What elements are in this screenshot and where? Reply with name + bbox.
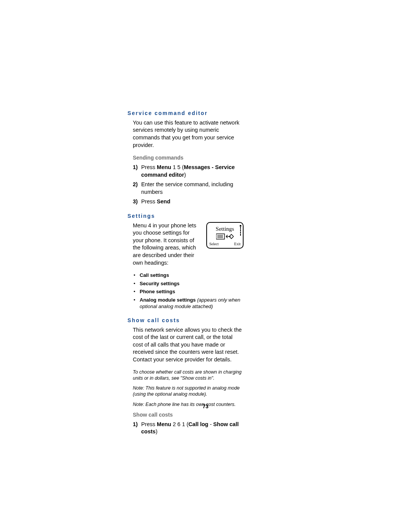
list-item: •Phone settings bbox=[133, 288, 244, 295]
manual-page: Service command editor You can use this … bbox=[0, 0, 411, 532]
step-text: Enter the service command, including num… bbox=[141, 181, 233, 195]
step-text: Press Menu 1 5 (Messages - Service comma… bbox=[141, 164, 235, 178]
heading-settings: Settings bbox=[127, 212, 244, 220]
step-number: 3) bbox=[133, 198, 138, 206]
heading-show-call-costs: Show call costs bbox=[127, 317, 244, 324]
screen-title: Settings bbox=[207, 225, 243, 233]
step-text: Press Menu 2 6 1 (Call log - Show call c… bbox=[141, 421, 239, 435]
note-analog-mode: Note: This feature is not supported in a… bbox=[133, 385, 244, 398]
note-costs-units: To choose whether call costs are shown i… bbox=[133, 369, 244, 382]
step-1: 1) Press Menu 1 5 (Messages - Service co… bbox=[133, 164, 244, 179]
settings-bullet-list: •Call settings •Security settings •Phone… bbox=[133, 272, 244, 310]
step-3: 3) Press Send bbox=[133, 198, 244, 206]
list-item: •Security settings bbox=[133, 280, 244, 287]
step-number: 1) bbox=[133, 164, 138, 171]
settings-list-icon bbox=[216, 233, 234, 240]
step-number: 1) bbox=[133, 421, 138, 428]
settings-block: Menu 4 in your phone lets you choose set… bbox=[127, 222, 244, 267]
bullet-icon: • bbox=[134, 297, 135, 304]
para-show-call-costs: This network service allows you to check… bbox=[133, 326, 244, 364]
heading-service-command-editor: Service command editor bbox=[127, 110, 244, 117]
step-number: 2) bbox=[133, 181, 138, 189]
list-item: •Call settings bbox=[133, 272, 244, 279]
steps-show-call-costs: 1) Press Menu 2 6 1 (Call log - Show cal… bbox=[133, 421, 244, 436]
step-1: 1) Press Menu 2 6 1 (Call log - Show cal… bbox=[133, 421, 244, 436]
step-text: Press Send bbox=[141, 198, 170, 204]
para-settings: Menu 4 in your phone lets you choose set… bbox=[133, 222, 201, 267]
subheading-show-call-costs: Show call costs bbox=[133, 411, 244, 419]
step-2: 2) Enter the service command, including … bbox=[133, 181, 244, 196]
bullet-icon: • bbox=[134, 280, 135, 287]
softkey-exit: Exit bbox=[234, 241, 241, 247]
para-service-command: You can use this feature to activate net… bbox=[133, 119, 244, 149]
bullet-icon: • bbox=[134, 272, 135, 279]
steps-sending-commands: 1) Press Menu 1 5 (Messages - Service co… bbox=[133, 164, 244, 206]
softkey-select: Select bbox=[209, 241, 218, 247]
signal-indicator-icon bbox=[240, 225, 241, 240]
phone-screen-illustration: Settings Select Exit bbox=[206, 222, 244, 249]
softkey-row: Select Exit bbox=[209, 241, 241, 247]
bullet-icon: • bbox=[134, 288, 135, 295]
content-column: Service command editor You can use this … bbox=[127, 110, 244, 436]
list-item: •Analog module settings (appears only wh… bbox=[133, 297, 244, 310]
subheading-sending-commands: Sending commands bbox=[133, 154, 244, 161]
page-number: 73 bbox=[0, 403, 411, 410]
